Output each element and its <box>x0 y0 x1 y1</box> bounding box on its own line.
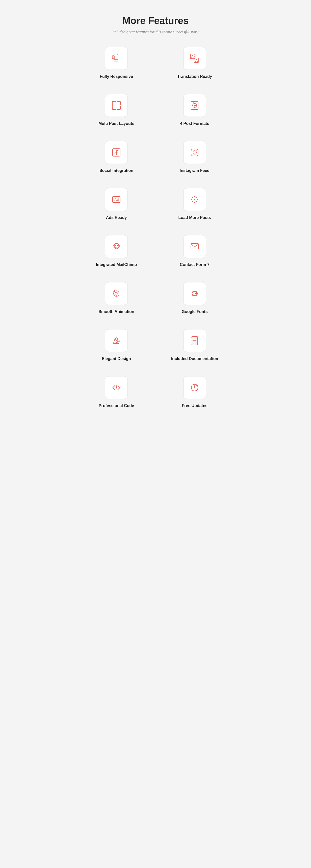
icon-box-integrated-mailchimp <box>105 235 128 258</box>
translate-icon: A 文 <box>189 53 200 64</box>
label-integrated-mailchimp: Integrated MailChimp <box>96 262 137 267</box>
icon-box-ads-ready: Ad <box>105 188 128 211</box>
svg-text:Ad: Ad <box>114 198 118 202</box>
feature-ads-ready: Ad Ads Ready <box>82 188 150 220</box>
label-included-documentation: Included Documentation <box>171 356 218 361</box>
feature-smooth-animation: Smooth Animation <box>82 282 150 314</box>
icon-box-social-integration <box>105 141 128 164</box>
icon-box-google-fonts <box>183 282 206 305</box>
svg-line-55 <box>116 384 117 391</box>
feature-contact-form-7: Contact Form 7 <box>161 235 229 267</box>
postformats-icon: ♪ <box>189 100 200 111</box>
svg-point-27 <box>194 196 195 197</box>
svg-point-42 <box>116 294 117 296</box>
svg-point-29 <box>191 199 193 200</box>
documentation-icon <box>189 335 200 346</box>
label-multi-post-layouts: Multi Post Layouts <box>98 121 134 126</box>
mobile-icon <box>111 53 122 64</box>
feature-instagram-feed: Instagram Feed <box>161 141 229 173</box>
feature-fully-responsive: Fully Responsive <box>82 47 150 79</box>
label-social-integration: Social Integration <box>100 168 133 173</box>
label-smooth-animation: Smooth Animation <box>98 309 134 314</box>
features-grid: Fully Responsive A 文 Translation Ready <box>82 47 229 408</box>
feature-included-documentation: Included Documentation <box>161 329 229 361</box>
icon-box-translation-ready: A 文 <box>183 47 206 70</box>
svg-point-2 <box>116 60 116 61</box>
label-4-post-formats: 4 Post Formats <box>180 121 209 126</box>
feature-translation-ready: A 文 Translation Ready <box>161 47 229 79</box>
svg-rect-46 <box>117 339 120 342</box>
svg-text:A: A <box>191 55 194 58</box>
label-ads-ready: Ads Ready <box>106 215 127 220</box>
svg-point-39 <box>117 245 118 246</box>
svg-rect-40 <box>191 244 199 249</box>
label-google-fonts: Google Fonts <box>181 309 207 314</box>
label-translation-ready: Translation Ready <box>177 74 212 79</box>
label-professional-code: Professional Code <box>99 404 134 408</box>
svg-point-34 <box>192 201 193 202</box>
icon-box-free-updates <box>183 376 206 399</box>
mailchimp-icon <box>111 241 122 252</box>
icon-box-smooth-animation <box>105 282 128 305</box>
svg-text:♪: ♪ <box>193 102 194 104</box>
instagram-icon <box>189 147 200 158</box>
svg-point-33 <box>197 197 197 198</box>
contactform-icon <box>189 241 200 252</box>
svg-rect-11 <box>112 101 116 110</box>
page-subtitle: Included great features for this theme s… <box>82 30 229 34</box>
svg-rect-13 <box>117 106 120 110</box>
feature-load-more-posts: Load More Posts <box>161 188 229 220</box>
label-free-updates: Free Updates <box>182 404 207 408</box>
icon-box-professional-code <box>105 376 128 399</box>
icon-box-load-more-posts <box>183 188 206 211</box>
label-contact-form-7: Contact Form 7 <box>180 262 209 267</box>
social-icon <box>111 147 122 158</box>
icon-box-multi-post-layouts <box>105 94 128 117</box>
feature-professional-code: Professional Code <box>82 376 150 408</box>
svg-point-23 <box>197 150 197 151</box>
svg-line-43 <box>115 338 116 339</box>
label-instagram-feed: Instagram Feed <box>180 168 209 173</box>
feature-google-fonts: Google Fonts <box>161 282 229 314</box>
code-icon <box>111 382 122 393</box>
svg-point-30 <box>197 199 199 200</box>
svg-point-26 <box>194 199 195 200</box>
feature-4-post-formats: ♪ 4 Post Formats <box>161 94 229 126</box>
feature-integrated-mailchimp: Integrated MailChimp <box>82 235 150 267</box>
loadmore-icon <box>189 194 200 205</box>
label-load-more-posts: Load More Posts <box>178 215 211 220</box>
ads-icon: Ad <box>111 194 122 205</box>
feature-social-integration: Social Integration <box>82 141 150 173</box>
svg-rect-12 <box>117 101 120 105</box>
svg-point-31 <box>192 197 193 198</box>
icon-box-elegant-design <box>105 329 128 352</box>
icon-box-fully-responsive <box>105 47 128 70</box>
updates-icon <box>189 382 200 393</box>
layouts-icon <box>111 100 122 111</box>
icon-box-contact-form-7 <box>183 235 206 258</box>
svg-rect-51 <box>191 337 197 345</box>
label-elegant-design: Elegant Design <box>102 356 131 361</box>
icon-box-4-post-formats: ♪ <box>183 94 206 117</box>
elegantdesign-icon <box>111 335 122 346</box>
svg-point-22 <box>193 151 197 154</box>
svg-point-38 <box>115 245 116 246</box>
icon-box-instagram-feed <box>183 141 206 164</box>
feature-elegant-design: Elegant Design <box>82 329 150 361</box>
feature-multi-post-layouts: Multi Post Layouts <box>82 94 150 126</box>
page-title: More Features <box>82 15 229 26</box>
svg-point-32 <box>197 201 197 202</box>
animation-icon <box>111 288 122 299</box>
svg-text:文: 文 <box>195 59 198 62</box>
feature-free-updates: Free Updates <box>161 376 229 408</box>
svg-point-28 <box>194 202 195 203</box>
page-container: More Features Included great features fo… <box>82 15 229 408</box>
label-fully-responsive: Fully Responsive <box>100 74 133 79</box>
svg-line-44 <box>116 338 118 339</box>
icon-box-included-documentation <box>183 329 206 352</box>
googlefonts-icon <box>189 288 200 299</box>
